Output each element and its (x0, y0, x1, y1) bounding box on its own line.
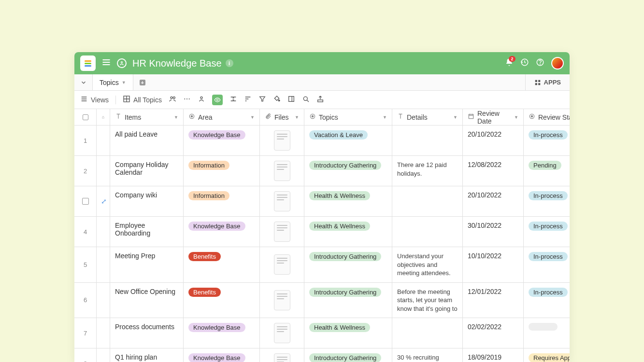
history-icon[interactable] (520, 58, 529, 69)
files-cell[interactable] (260, 247, 304, 282)
status-cell[interactable] (524, 318, 570, 348)
status-cell[interactable]: In-process (524, 283, 570, 318)
area-cell[interactable]: Knowledge Base (184, 348, 260, 362)
topics-cell[interactable]: Health & Wellness (304, 217, 392, 247)
details-cell[interactable] (392, 186, 463, 216)
date-cell[interactable]: 20/10/2022 (463, 125, 524, 155)
details-cell[interactable]: 30 % recruiting process from (392, 348, 463, 362)
files-cell[interactable] (260, 186, 304, 216)
area-cell[interactable]: Knowledge Base (184, 217, 260, 247)
col-checkbox[interactable] (74, 109, 97, 125)
area-cell[interactable]: Benefits (184, 247, 260, 282)
table-row[interactable]: 5Meeting PrepBenefitsIntroductory Gather… (74, 247, 570, 283)
all-topics-view[interactable]: All Topics (123, 95, 162, 104)
apps-button[interactable]: APPS (525, 74, 570, 90)
files-cell[interactable] (260, 283, 304, 318)
col-topics[interactable]: Topics▼ (304, 109, 392, 125)
area-cell[interactable]: Benefits (184, 283, 260, 318)
filter-icon[interactable] (258, 95, 266, 104)
status-badge (529, 323, 558, 331)
status-cell[interactable]: Pending (524, 156, 570, 186)
table-row[interactable]: 7Process documentsKnowledge BaseHealth &… (74, 318, 570, 348)
expand-icon[interactable]: ⤢ (101, 197, 107, 205)
sort-icon[interactable] (244, 95, 252, 104)
details-cell[interactable] (392, 217, 463, 247)
share-users-icon[interactable] (169, 95, 176, 104)
tabs-chevron-button[interactable] (74, 74, 93, 90)
item-cell[interactable]: Employee Onboarding (110, 217, 184, 247)
users-circle-icon[interactable] (117, 58, 127, 68)
item-cell[interactable]: Company Holiday Calendar (110, 156, 184, 186)
more-icon[interactable] (183, 95, 191, 104)
collaborators-icon[interactable] (198, 95, 205, 104)
topics-cell[interactable]: Introductory Gathering (304, 283, 392, 318)
search-icon[interactable] (302, 95, 310, 104)
row-checkbox[interactable] (82, 198, 89, 205)
col-files[interactable]: Files▼ (260, 109, 304, 125)
item-cell[interactable]: Meeting Prep (110, 247, 184, 282)
files-cell[interactable] (260, 156, 304, 186)
col-review-date[interactable]: Review Date▼ (463, 109, 524, 125)
files-cell[interactable] (260, 217, 304, 247)
item-cell[interactable]: Q1 hiring plan (110, 348, 184, 362)
area-cell[interactable]: Knowledge Base (184, 318, 260, 348)
row-height-icon[interactable] (229, 95, 237, 104)
area-cell[interactable]: Knowledge Base (184, 125, 260, 155)
table-row[interactable]: ⤢Company wikiInformationHealth & Wellnes… (74, 186, 570, 217)
status-cell[interactable]: In-process (524, 125, 570, 155)
table-row[interactable]: 4Employee OnboardingKnowledge BaseHealth… (74, 217, 570, 247)
help-icon[interactable] (536, 58, 544, 69)
area-cell[interactable]: Information (184, 186, 260, 216)
status-cell[interactable]: Requires App (524, 348, 570, 362)
col-details[interactable]: Details▼ (392, 109, 463, 125)
date-cell[interactable]: 20/10/2022 (463, 186, 524, 216)
table-row[interactable]: 8Q1 hiring planKnowledge BaseIntroductor… (74, 348, 570, 362)
visibility-toggle[interactable] (212, 95, 223, 105)
topics-cell[interactable]: Vacation & Leave (304, 125, 392, 155)
item-cell[interactable]: Process documents (110, 318, 184, 348)
color-fill-icon[interactable] (273, 95, 281, 104)
date-cell[interactable]: 10/10/2022 (463, 247, 524, 282)
date-cell[interactable]: 30/10/2022 (463, 217, 524, 247)
topics-cell[interactable]: Introductory Gathering (304, 247, 392, 282)
hamburger-icon[interactable] (101, 57, 111, 69)
col-items[interactable]: Items▼ (110, 109, 184, 125)
details-cell[interactable] (392, 125, 463, 155)
export-icon[interactable] (316, 95, 324, 104)
topics-cell[interactable]: Introductory Gathering (304, 348, 392, 362)
date-cell[interactable]: 12/01/2022 (463, 283, 524, 318)
date-cell[interactable]: 02/02/2022 (463, 318, 524, 348)
item-cell[interactable]: All paid Leave (110, 125, 184, 155)
user-avatar[interactable] (551, 57, 564, 70)
table-row[interactable]: 6New Office OpeningBenefitsIntroductory … (74, 283, 570, 319)
details-cell[interactable] (392, 318, 463, 348)
item-cell[interactable]: New Office Opening (110, 283, 184, 318)
app-logo[interactable] (80, 56, 96, 71)
files-cell[interactable] (260, 125, 304, 155)
status-cell[interactable]: In-process (524, 217, 570, 247)
details-cell[interactable]: Understand your objectives and meeting a… (392, 247, 463, 282)
views-button[interactable]: Views (80, 95, 109, 104)
topics-cell[interactable]: Introductory Gathering (304, 156, 392, 186)
status-cell[interactable]: In-process (524, 247, 570, 282)
area-cell[interactable]: Information (184, 156, 260, 186)
info-icon[interactable]: i (226, 59, 233, 67)
topics-cell[interactable]: Health & Wellness (304, 186, 392, 216)
panel-icon[interactable] (287, 95, 295, 104)
col-area[interactable]: Area▼ (184, 109, 260, 125)
date-cell[interactable]: 18/09/2019 (463, 348, 524, 362)
table-row[interactable]: 2Company Holiday CalendarInformationIntr… (74, 156, 570, 186)
files-cell[interactable] (260, 348, 304, 362)
notification-bell-icon[interactable]: 2 (505, 58, 514, 69)
tab-topics[interactable]: Topics ▼ (93, 74, 133, 90)
topics-cell[interactable]: Health & Wellness (304, 318, 392, 348)
files-cell[interactable] (260, 318, 304, 348)
date-cell[interactable]: 12/08/2022 (463, 156, 524, 186)
details-cell[interactable]: There are 12 paid holidays. (392, 156, 463, 186)
add-tab-button[interactable]: + (133, 74, 152, 90)
item-cell[interactable]: Company wiki (110, 186, 184, 216)
status-cell[interactable]: In-process (524, 186, 570, 216)
details-cell[interactable]: Before the meeting starts, let your team… (392, 283, 463, 318)
col-review-status[interactable]: Review Stat (524, 109, 570, 125)
table-row[interactable]: 1All paid LeaveKnowledge BaseVacation & … (74, 125, 570, 156)
